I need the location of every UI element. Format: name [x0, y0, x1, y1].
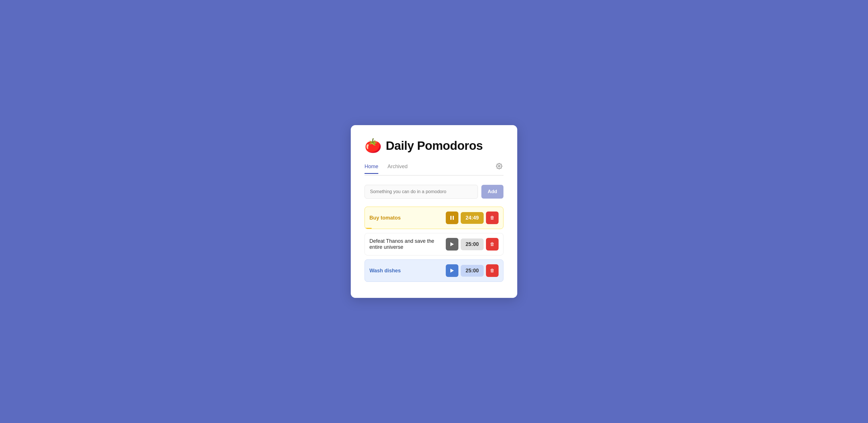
trash-icon: 🗑	[490, 268, 495, 273]
nav-bar: Home Archived	[365, 162, 503, 175]
delete-button[interactable]: 🗑	[486, 238, 499, 251]
task-controls: 25:00 🗑	[446, 238, 499, 251]
play-icon	[451, 269, 454, 272]
task-input[interactable]	[365, 185, 478, 199]
delete-button[interactable]: 🗑	[486, 212, 499, 224]
task-name: Defeat Thanos and save the entire univer…	[369, 238, 446, 250]
play-button[interactable]	[446, 238, 458, 251]
add-task-button[interactable]: Add	[482, 185, 503, 199]
app-title: Daily Pomodoros	[386, 139, 483, 153]
progress-bar	[365, 228, 372, 229]
task-name: Wash dishes	[369, 268, 446, 274]
play-button[interactable]	[446, 264, 458, 277]
trash-icon: 🗑	[490, 215, 495, 220]
tab-archived[interactable]: Archived	[388, 164, 408, 174]
delete-button[interactable]: 🗑	[486, 264, 499, 277]
timer-display: 25:00	[461, 238, 484, 250]
task-list: Buy tomatos 24:49 🗑 Defeat Thanos and sa…	[365, 207, 503, 282]
trash-icon: 🗑	[490, 241, 495, 247]
gear-icon	[496, 163, 502, 169]
svg-point-0	[498, 165, 500, 167]
table-row: Buy tomatos 24:49 🗑	[365, 207, 503, 229]
play-icon	[451, 242, 454, 246]
pause-icon	[451, 216, 454, 220]
pause-button[interactable]	[446, 212, 458, 224]
settings-button[interactable]	[495, 162, 503, 172]
task-name: Buy tomatos	[369, 215, 446, 221]
app-header: 🍅 Daily Pomodoros	[365, 139, 503, 153]
table-row: Defeat Thanos and save the entire univer…	[365, 233, 503, 255]
add-task-row: Add	[365, 185, 503, 199]
task-controls: 24:49 🗑	[446, 212, 499, 224]
table-row: Wash dishes 25:00 🗑	[365, 259, 503, 282]
timer-display: 24:49	[461, 212, 484, 224]
nav-tabs: Home Archived	[365, 164, 495, 173]
tomato-icon: 🍅	[365, 139, 382, 153]
tab-home[interactable]: Home	[365, 164, 378, 174]
task-controls: 25:00 🗑	[446, 264, 499, 277]
app-card: 🍅 Daily Pomodoros Home Archived Add Buy …	[351, 125, 517, 298]
timer-display: 25:00	[461, 265, 484, 276]
